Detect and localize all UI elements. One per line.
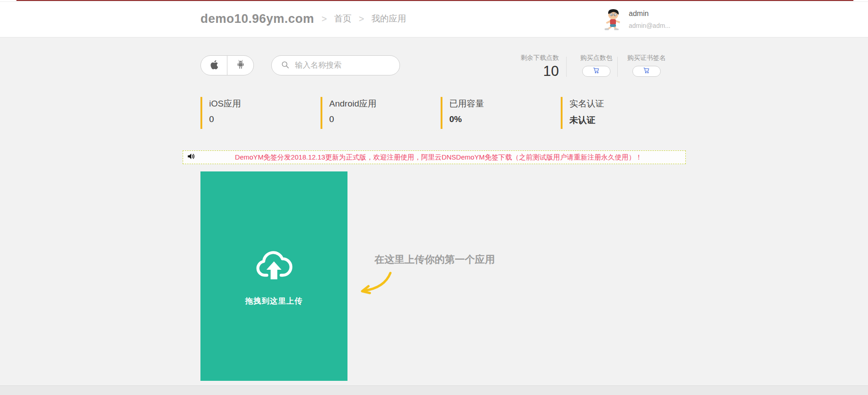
- upload-cloud-icon: [200, 248, 347, 283]
- stat-value: 未认证: [569, 114, 681, 126]
- footer-bar: [0, 385, 868, 395]
- curved-arrow-icon: [358, 271, 393, 296]
- top-progress-bar: [16, 0, 853, 1]
- remaining-points-value: 10: [500, 64, 559, 79]
- user-name: admin: [629, 10, 670, 18]
- buy-points-button[interactable]: [582, 66, 610, 77]
- buy-cert-label: 购买证书签名: [624, 54, 669, 62]
- announcement-bar: DemoYM免签分发2018.12.13更新为正式版，欢迎注册使用，阿里云DNS…: [183, 150, 686, 164]
- breadcrumb-separator-icon: >: [321, 14, 327, 24]
- site-title: demo10.96ym.com: [200, 12, 314, 26]
- toolbar-divider: [566, 57, 567, 77]
- breadcrumb-current: 我的应用: [372, 13, 406, 25]
- header: demo10.96ym.com > 首页 > 我的应用: [0, 0, 868, 37]
- upload-dropzone[interactable]: 拖拽到这里上传: [200, 171, 347, 381]
- filter-ios-button[interactable]: [201, 56, 227, 75]
- breadcrumb-separator-icon: >: [359, 14, 364, 24]
- stat-label: 已用容量: [449, 98, 561, 110]
- stats-row: iOS应用 0 Android应用 0 已用容量 0% 实名认证 未认证: [200, 97, 681, 129]
- stat-label: iOS应用: [209, 98, 321, 110]
- stat-ios-apps: iOS应用 0: [200, 97, 321, 129]
- stat-value: 0%: [449, 114, 561, 124]
- dropzone-label: 拖拽到这里上传: [200, 296, 347, 306]
- speaker-icon: [187, 152, 195, 162]
- remaining-points: 剩余下载点数 10: [500, 54, 559, 79]
- user-menu[interactable]: admin admin@adm...: [602, 8, 670, 30]
- breadcrumb-home-link[interactable]: 首页: [334, 13, 352, 25]
- buy-cert-button[interactable]: [632, 66, 661, 77]
- buy-points-label: 购买点数包: [573, 54, 619, 62]
- buy-cert-block: 购买证书签名: [624, 54, 669, 77]
- announcement-text: DemoYM免签分发2018.12.13更新为正式版，欢迎注册使用，阿里云DNS…: [195, 153, 682, 162]
- search-box: [271, 55, 400, 75]
- breadcrumb: demo10.96ym.com > 首页 > 我的应用: [200, 0, 406, 37]
- stat-label: Android应用: [329, 98, 441, 110]
- search-input[interactable]: [295, 61, 391, 70]
- android-icon: [236, 59, 245, 71]
- stat-value: 0: [209, 114, 321, 124]
- remaining-points-label: 剩余下载点数: [500, 54, 559, 62]
- filter-android-button[interactable]: [227, 56, 253, 75]
- stat-storage-used: 已用容量 0%: [441, 97, 561, 129]
- buy-points-block: 购买点数包: [573, 54, 619, 77]
- search-icon: [281, 60, 289, 71]
- stat-identity-verification: 实名认证 未认证: [561, 97, 681, 129]
- stat-value: 0: [329, 114, 441, 124]
- stat-android-apps: Android应用 0: [321, 97, 441, 129]
- user-meta: admin admin@adm...: [629, 8, 670, 30]
- header-top-hairline: [0, 1, 868, 2]
- toolbar-divider: [617, 57, 618, 77]
- avatar[interactable]: [602, 8, 623, 30]
- apple-icon: [210, 59, 219, 72]
- cart-icon: [643, 67, 650, 76]
- platform-filter: [200, 55, 254, 75]
- user-email: admin@adm...: [629, 22, 670, 29]
- upload-hint-text: 在这里上传你的第一个应用: [374, 253, 495, 267]
- stat-label: 实名认证: [569, 98, 681, 110]
- cart-icon: [593, 67, 600, 76]
